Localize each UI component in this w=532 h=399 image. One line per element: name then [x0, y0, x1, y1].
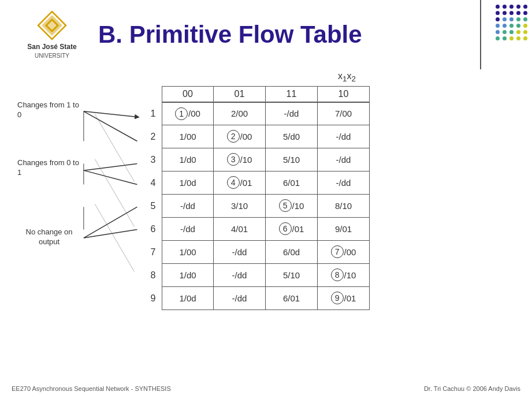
table-row: 5-/dd3/105/108/10	[144, 195, 370, 218]
annotation-changes-0-to-1: Changes from 0 to 1	[17, 158, 81, 178]
table-cell: 1/0d	[162, 171, 214, 195]
vertical-separator	[480, 0, 481, 69]
svg-line-7	[84, 163, 137, 170]
table-row: 6-/dd4/016/019/01	[144, 218, 370, 241]
left-annotations: Changes from 1 to 0 Changes from 0 to 1 …	[17, 86, 144, 305]
table-cell: -/dd	[214, 287, 266, 310]
annotation-no-change: No change on output	[17, 228, 81, 247]
table-cell: 1/d0	[162, 264, 214, 287]
svg-line-8	[84, 170, 137, 184]
table-cell: -/dd	[318, 125, 370, 148]
table-cell: 4/01	[214, 171, 266, 195]
table-cell: 6/01	[266, 218, 318, 241]
table-row: 31/d03/105/10-/dd	[144, 148, 370, 171]
footer-left: EE270 Asynchronous Sequential Network - …	[12, 385, 171, 392]
row-number: 5	[144, 195, 162, 218]
table-cell: 7/00	[318, 241, 370, 264]
table-cell: 9/01	[318, 287, 370, 310]
table-cell: -/dd	[318, 171, 370, 195]
table-row: 41/0d4/016/01-/dd	[144, 171, 370, 195]
table-cell: 5/10	[266, 264, 318, 287]
table-cell: 1/d0	[162, 148, 214, 171]
svg-line-16	[95, 204, 134, 271]
row-number: 7	[144, 241, 162, 264]
footer: EE270 Asynchronous Sequential Network - …	[12, 385, 520, 392]
col-header-01: 01	[214, 86, 266, 102]
svg-line-15	[95, 159, 134, 226]
table-cell: 3/10	[214, 148, 266, 171]
table-cell: 2/00	[214, 125, 266, 148]
table-section: 00 01 11 10 11/002/00-/dd7/0021/002/005/…	[144, 86, 370, 310]
table-cell: 1/00	[162, 241, 214, 264]
table-cell: 7/00	[318, 102, 370, 125]
row-number: 6	[144, 218, 162, 241]
annotation-changes-1-to-0: Changes from 1 to 0	[17, 100, 81, 120]
main-content: x1x2 Changes from 1 to 0 Changes from 0 …	[0, 71, 532, 310]
table-cell: 6/01	[266, 287, 318, 310]
svg-line-14	[95, 114, 134, 181]
row-number: 4	[144, 171, 162, 195]
data-rows: 11/002/00-/dd7/0021/002/005/d0-/dd31/d03…	[144, 102, 370, 310]
table-wrapper: Changes from 1 to 0 Changes from 0 to 1 …	[17, 86, 515, 310]
svg-line-11	[84, 229, 137, 238]
table-cell: 8/10	[318, 195, 370, 218]
table-cell: -/dd	[214, 241, 266, 264]
table-cell: 2/00	[214, 102, 266, 125]
col-header-00: 00	[162, 86, 214, 102]
table-cell: -/dd	[266, 102, 318, 125]
x1x2-label: x1x2	[179, 71, 515, 83]
table-cell: -/dd	[214, 264, 266, 287]
header: San José State UNIVERSITY B. Primitive F…	[0, 0, 532, 65]
row-number: 8	[144, 264, 162, 287]
table-cell: 8/10	[318, 264, 370, 287]
logo-area: San José State UNIVERSITY	[12, 10, 92, 59]
col-header-11: 11	[266, 86, 318, 102]
table-cell: -/dd	[318, 148, 370, 171]
table-cell: 3/10	[214, 195, 266, 218]
logo-text: San José State UNIVERSITY	[27, 43, 76, 59]
table-cell: 4/01	[214, 218, 266, 241]
footer-right: Dr. Tri Cachuu © 2006 Andy Davis	[424, 385, 520, 392]
table-cell: 6/0d	[266, 241, 318, 264]
table-cell: 6/01	[266, 171, 318, 195]
table-row: 81/d0-/dd5/108/10	[144, 264, 370, 287]
page-title: B. Primitive Flow Table	[98, 21, 520, 49]
table-cell: -/dd	[162, 218, 214, 241]
row-number: 1	[144, 102, 162, 125]
logo-icon	[37, 10, 67, 40]
table-row: 91/0d-/dd6/019/01	[144, 287, 370, 310]
col-header-10: 10	[318, 86, 370, 102]
row-number: 9	[144, 287, 162, 310]
table-cell: 5/d0	[266, 125, 318, 148]
table-cell: 9/01	[318, 218, 370, 241]
svg-line-10	[84, 207, 137, 238]
dot-grid	[481, 5, 527, 62]
svg-line-4	[84, 111, 137, 117]
table-row: 11/002/00-/dd7/00	[144, 102, 370, 125]
table-header-row: 00 01 11 10	[144, 86, 370, 102]
table-cell: 5/10	[266, 195, 318, 218]
table-cell: 1/00	[162, 102, 214, 125]
table-row: 71/00-/dd6/0d7/00	[144, 241, 370, 264]
row-number: 2	[144, 125, 162, 148]
table-row: 21/002/005/d0-/dd	[144, 125, 370, 148]
table-cell: 5/10	[266, 148, 318, 171]
row-number: 3	[144, 148, 162, 171]
table-cell: 1/00	[162, 125, 214, 148]
table-cell: 1/0d	[162, 287, 214, 310]
svg-line-5	[84, 111, 137, 141]
table-cell: -/dd	[162, 195, 214, 218]
